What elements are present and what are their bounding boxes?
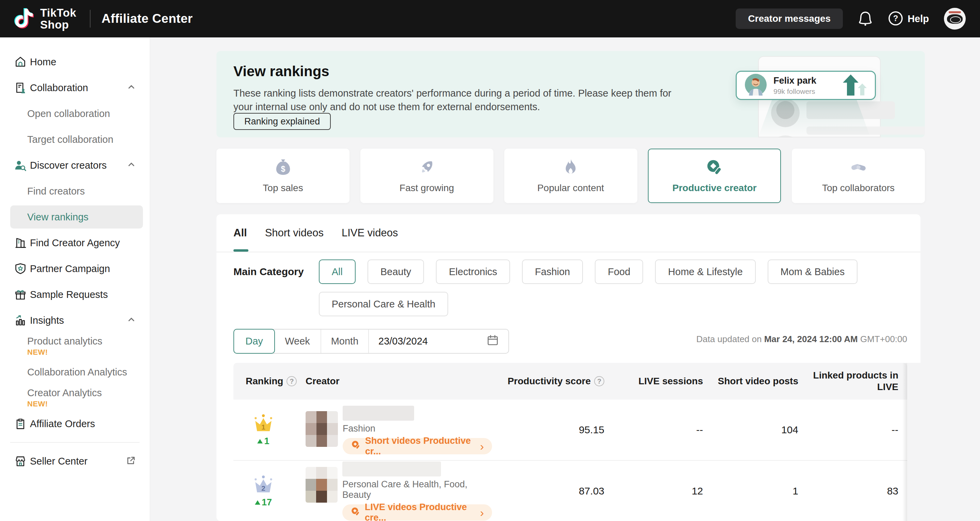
col-live-sessions: LIVE sessions	[605, 376, 703, 387]
creator-categories: Fashion	[343, 423, 375, 434]
notifications-button[interactable]	[858, 10, 873, 27]
creator-cell: Fashion Short videos Productive cr...	[293, 406, 492, 454]
new-badge: NEW!	[27, 400, 136, 408]
tab-all[interactable]: All	[234, 214, 247, 252]
chevron-up-icon	[127, 82, 136, 93]
period-selector: Day Week Month 23/03/2024	[234, 329, 509, 354]
productive-creator-icon	[705, 158, 724, 178]
sidebar-item-collaboration[interactable]: Collaboration	[0, 75, 150, 101]
sidebar-item-collaboration-analytics[interactable]: Collaboration Analytics	[0, 359, 150, 385]
col-productivity-score: Productivity score	[508, 376, 591, 387]
table-header: Ranking ? Creator Productivity score ? L…	[234, 363, 907, 400]
chevron-up-icon	[127, 160, 136, 171]
sidebar-item-insights[interactable]: Insights	[0, 307, 150, 333]
up-triangle-icon	[257, 439, 263, 443]
rank-change: 17	[255, 497, 272, 508]
rank-up-arrow-icon	[843, 75, 867, 96]
productive-badge[interactable]: LIVE videos Productive cre... ›	[342, 504, 492, 521]
creator-highlight-card: Felix park 99k followers	[736, 71, 876, 100]
table-scroll-gutter[interactable]	[907, 363, 980, 521]
productive-badge[interactable]: Short videos Productive cr... ›	[343, 438, 492, 454]
category-beauty[interactable]: Beauty	[368, 259, 424, 284]
linked-products-value: --	[798, 424, 907, 436]
sidebar-item-find-creator-agency[interactable]: Find Creator Agency	[0, 230, 150, 256]
col-ranking: Ranking	[246, 376, 283, 387]
category-mom-babies[interactable]: Mom & Babies	[768, 259, 858, 284]
discover-creators-icon	[14, 159, 27, 172]
blurred-creator-avatar	[305, 467, 337, 503]
period-day[interactable]: Day	[234, 329, 275, 354]
period-month[interactable]: Month	[321, 330, 369, 353]
ranking-type-popular-content[interactable]: Popular content	[504, 149, 637, 203]
creator-messages-button[interactable]: Creator messages	[736, 8, 843, 29]
main-content: View rankings These ranking lists demons…	[150, 37, 980, 521]
date-picker[interactable]: 23/03/2024	[369, 330, 508, 353]
insights-chart-icon	[14, 314, 27, 327]
help-button[interactable]: ? Help	[888, 11, 929, 27]
external-link-icon	[126, 455, 136, 467]
help-label: Help	[907, 13, 929, 24]
sidebar: Home Collaboration Open collaboration Ta…	[0, 37, 150, 521]
live-sessions-value: --	[605, 424, 703, 436]
sidebar-item-discover-creators[interactable]: Discover creators	[0, 152, 150, 178]
sidebar-item-product-analytics[interactable]: Product analytics NEW!	[0, 333, 150, 359]
badge-person-icon	[350, 507, 361, 519]
creator-name: Felix park	[773, 76, 816, 86]
sidebar-item-view-rankings[interactable]: View rankings	[10, 205, 143, 229]
category-personal-care-health[interactable]: Personal Care & Health	[319, 292, 449, 316]
chevron-up-icon	[127, 315, 136, 326]
date-value: 23/03/2024	[379, 336, 428, 347]
user-avatar[interactable]	[944, 8, 966, 30]
video-type-tabs: All Short videos LIVE videos	[216, 214, 920, 253]
collaboration-icon	[14, 81, 27, 95]
category-food[interactable]: Food	[595, 259, 643, 284]
data-updated-note: Data updated on Mar 24, 2024 12:00 AM GM…	[696, 334, 907, 345]
ranking-explained-button[interactable]: Ranking explained	[234, 113, 331, 130]
linked-products-value: 83	[798, 485, 907, 497]
category-fashion[interactable]: Fashion	[522, 259, 583, 284]
ranking-type-productive-creator[interactable]: Productive creator	[648, 149, 781, 203]
sidebar-item-target-collaboration[interactable]: Target collaboration	[0, 127, 150, 152]
period-week[interactable]: Week	[274, 330, 321, 353]
sidebar-item-home[interactable]: Home	[0, 49, 150, 75]
sidebar-item-sample-requests[interactable]: Sample Requests	[0, 281, 150, 307]
category-all[interactable]: All	[319, 259, 356, 284]
live-sessions-value: 12	[605, 485, 703, 497]
sidebar-item-partner-campaign[interactable]: Partner Campaign	[0, 256, 150, 281]
home-icon	[14, 55, 27, 69]
score-help-icon[interactable]: ?	[594, 376, 605, 386]
sidebar-item-open-collaboration[interactable]: Open collaboration	[0, 101, 150, 127]
tab-short-videos[interactable]: Short videos	[265, 214, 324, 252]
silver-crown-icon: 2	[252, 475, 275, 497]
short-video-posts-value: 104	[703, 424, 798, 436]
rank-change: 1	[257, 436, 269, 446]
clipboard-icon	[14, 417, 27, 430]
shield-star-icon	[14, 262, 27, 275]
main-category-filter: Main Category All Beauty Electronics Fas…	[234, 259, 891, 316]
tab-live-videos[interactable]: LIVE videos	[342, 214, 398, 252]
sidebar-item-affiliate-orders[interactable]: Affiliate Orders	[0, 411, 150, 437]
gold-crown-icon: 1	[252, 413, 275, 435]
sidebar-item-find-creators[interactable]: Find creators	[0, 178, 150, 204]
creator-avatar	[745, 74, 767, 97]
category-home-lifestyle[interactable]: Home & Lifestyle	[655, 259, 756, 284]
question-circle-icon: ?	[888, 11, 904, 27]
creator-categories: Personal Care & Health, Food, Beauty	[342, 479, 492, 500]
header-actions: Creator messages ? Help	[736, 8, 966, 30]
ranking-type-fast-growing[interactable]: Fast growing	[360, 149, 493, 203]
bell-icon	[858, 10, 873, 27]
sidebar-item-creator-analytics[interactable]: Creator Analytics NEW!	[0, 385, 150, 411]
money-bag-icon: $	[274, 158, 292, 178]
header-divider	[90, 10, 91, 27]
banner-title: View rankings	[234, 63, 329, 79]
svg-text:1: 1	[261, 423, 265, 430]
brand-line1: TikTok	[40, 7, 76, 19]
sidebar-item-seller-center[interactable]: Seller Center	[0, 448, 150, 474]
ranking-type-top-collaborators[interactable]: Top collaborators	[792, 149, 925, 203]
table-row[interactable]: 2 17 Personal Care & Health, Food, Beaut…	[234, 461, 907, 521]
page-title: Affiliate Center	[102, 11, 192, 26]
table-row[interactable]: 1 1 Fashion	[234, 400, 907, 461]
brand-wordmark[interactable]: TikTok Shop	[40, 7, 76, 30]
ranking-type-top-sales[interactable]: $ Top sales	[216, 149, 350, 203]
category-electronics[interactable]: Electronics	[436, 259, 510, 284]
